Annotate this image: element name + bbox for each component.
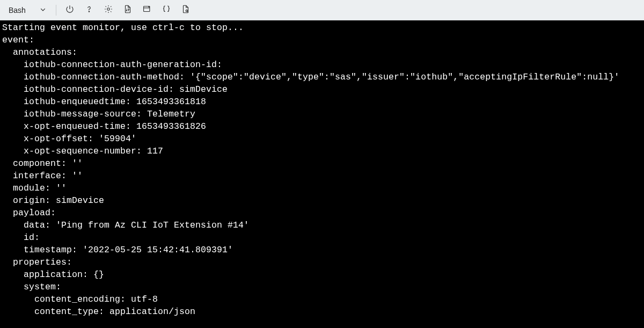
file-transfer-icon [123, 4, 133, 16]
shell-selector-label: Bash [9, 6, 26, 14]
upload-download-button[interactable] [119, 2, 137, 18]
svg-point-3 [186, 10, 187, 11]
help-icon [84, 4, 94, 16]
terminal-output[interactable]: Starting event monitor, use ctrl-c to st… [0, 20, 644, 328]
braces-icon [162, 4, 171, 16]
toolbar-separator [56, 5, 56, 16]
svg-point-0 [89, 11, 89, 11]
shell-selector[interactable]: Bash [3, 4, 52, 17]
restart-button[interactable] [61, 2, 79, 18]
settings-button[interactable] [99, 2, 118, 18]
gear-icon [104, 4, 113, 16]
new-session-button[interactable] [138, 2, 156, 18]
chevron-down-icon [40, 6, 46, 14]
power-icon [65, 4, 75, 16]
file-preview-icon [181, 4, 191, 16]
help-button[interactable] [80, 2, 98, 18]
editor-button[interactable] [157, 2, 175, 18]
new-session-icon [142, 4, 152, 16]
web-preview-button[interactable] [177, 2, 195, 18]
svg-point-1 [107, 8, 110, 10]
cloud-shell-toolbar: Bash [0, 0, 644, 20]
